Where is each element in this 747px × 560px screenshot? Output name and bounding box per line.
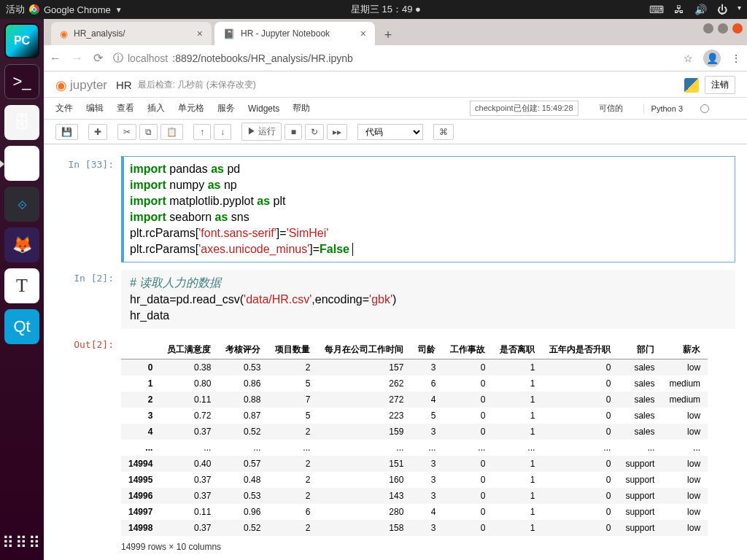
chrome-icon [29,4,39,15]
active-app-name[interactable]: Google Chrome [44,4,111,15]
menu-icon[interactable]: ⋮ [731,52,741,64]
profile-avatar[interactable]: 👤 [703,50,721,67]
menu-kernel[interactable]: 服务 [217,102,235,114]
keyboard-icon[interactable]: ⌨ [649,4,664,15]
launcher-firefox[interactable]: 🦊 [4,228,39,262]
kernel-status-icon [700,104,709,113]
show-apps-button[interactable]: ⠿⠿⠿ [2,534,42,553]
cut-button[interactable]: ✂ [117,124,136,140]
browser-window: ◉ HR_analysis/ × 📓 HR - Jupyter Notebook… [44,19,747,560]
volume-icon[interactable]: 🔊 [694,4,707,15]
bookmark-icon[interactable]: ☆ [684,52,693,64]
menu-insert[interactable]: 插入 [147,102,165,114]
dataframe-table: 员工满意度考核评分项目数量每月在公司工作时间司龄工作事故是否离职五年内是否升职部… [121,341,708,536]
reload-button[interactable]: ⟳ [93,51,103,65]
checkpoint-status: 最后检查: 几秒前 (未保存改变) [138,79,256,91]
close-tab-icon[interactable]: × [360,28,366,39]
run-button[interactable]: ▶ 运行 [241,122,282,141]
command-palette-button[interactable]: ⌘ [433,124,454,140]
jupyter-toolbar: 💾 ✚ ✂ ⧉ 📋 ↑ ↓ ▶ 运行 ■ ↻ ▸▸ 代码 ⌘ [44,120,747,144]
chevron-down-icon[interactable]: ▼ [115,6,123,14]
move-down-button[interactable]: ↓ [214,124,231,140]
forward-button[interactable]: → [71,52,83,65]
cell-type-select[interactable]: 代码 [357,124,423,140]
checkpoint-indicator: checkpoint已创建: 15:49:28 [470,101,578,116]
kernel-indicator[interactable]: Python 3 [643,104,722,113]
clock[interactable]: 星期三 15：49 ● [123,3,649,16]
run-all-button[interactable]: ▸▸ [327,124,347,140]
launcher-chrome[interactable] [4,146,39,181]
notebook-body: In [33]: import pandas as pd import nump… [44,144,747,560]
menu-cell[interactable]: 单元格 [178,102,204,114]
stop-button[interactable]: ■ [285,124,302,140]
jupyter-icon: 📓 [223,28,235,39]
address-bar: ← → ⟳ ⓘ localhost:8892/notebooks/HR_anal… [44,45,747,71]
activities-button[interactable]: 活动 [6,3,25,16]
menu-view[interactable]: 查看 [117,102,134,114]
trusted-indicator[interactable]: 可信的 [599,103,623,114]
close-button[interactable] [732,23,743,34]
save-button[interactable]: 💾 [55,124,78,140]
power-icon[interactable]: ⏻ [717,4,727,15]
url-field[interactable]: ⓘ localhost:8892/notebooks/HR_analysis/H… [113,52,673,65]
code-cell[interactable]: In [2]: # 读取人力的数据 hr_data=pd.read_csv('d… [55,270,735,328]
restart-button[interactable]: ↻ [305,124,324,140]
python-icon [684,78,699,93]
launcher-text-editor[interactable]: T [4,268,39,303]
launcher-files[interactable]: 🗄 [4,105,39,140]
code-editor[interactable]: # 读取人力的数据 hr_data=pd.read_csv('data/HR.c… [130,275,729,323]
cell-prompt: In [2]: [55,270,121,328]
minimize-button[interactable] [703,23,713,34]
move-up-button[interactable]: ↑ [193,124,211,140]
network-icon[interactable]: 🖧 [674,4,684,15]
site-info-icon[interactable]: ⓘ [113,52,123,65]
jupyter-header: ◉jupyter HR 最后检查: 几秒前 (未保存改变) 注销 [44,71,747,98]
system-topbar: 活动 Google Chrome ▼ 星期三 15：49 ● ⌨ 🖧 🔊 ⏻ ▾ [0,0,747,19]
chevron-down-icon[interactable]: ▾ [738,4,741,15]
cell-prompt: In [33]: [55,156,121,262]
launcher-pycharm[interactable]: PC [4,23,39,58]
launcher-vscode[interactable]: ⟐ [4,187,39,222]
output-cell: Out[2]: 员工满意度考核评分项目数量每月在公司工作时间司龄工作事故是否离职… [55,336,735,552]
tab-hr-analysis[interactable]: ◉ HR_analysis/ × [51,22,212,45]
logout-button[interactable]: 注销 [705,76,735,94]
menu-widgets[interactable]: Widgets [248,104,279,114]
tab-title: HR_analysis/ [74,28,125,39]
launcher-dock: PC >_ 🗄 ⟐ 🦊 T Qt ⠿⠿⠿ [0,19,44,560]
add-cell-button[interactable]: ✚ [88,124,107,140]
jupyter-notebook: ◉jupyter HR 最后检查: 几秒前 (未保存改变) 注销 文件 编辑 查… [44,71,747,560]
jupyter-logo[interactable]: ◉jupyter [55,77,107,93]
tab-title: HR - Jupyter Notebook [241,28,330,39]
maximize-button[interactable] [718,23,728,34]
close-tab-icon[interactable]: × [197,28,203,39]
jupyter-icon: ◉ [60,28,68,39]
tab-hr-notebook[interactable]: 📓 HR - Jupyter Notebook × [214,22,375,45]
paste-button[interactable]: 📋 [160,124,183,140]
notebook-title[interactable]: HR [116,79,132,91]
new-tab-button[interactable]: + [378,25,398,45]
back-button[interactable]: ← [50,52,61,65]
menu-edit[interactable]: 编辑 [86,102,104,114]
code-editor[interactable]: import pandas as pd import numpy as np i… [130,161,729,257]
copy-button[interactable]: ⧉ [139,124,158,140]
jupyter-menubar: 文件 编辑 查看 插入 单元格 服务 Widgets 帮助 checkpoint… [44,98,747,120]
code-cell[interactable]: In [33]: import pandas as pd import nump… [55,156,735,262]
menu-file[interactable]: 文件 [55,102,73,114]
launcher-qt[interactable]: Qt [4,309,39,344]
menu-help[interactable]: 帮助 [293,102,310,114]
launcher-terminal[interactable]: >_ [4,64,39,99]
tabstrip: ◉ HR_analysis/ × 📓 HR - Jupyter Notebook… [44,19,747,45]
dataframe-caption: 14999 rows × 10 columns [121,542,735,552]
output-prompt: Out[2]: [55,336,121,552]
